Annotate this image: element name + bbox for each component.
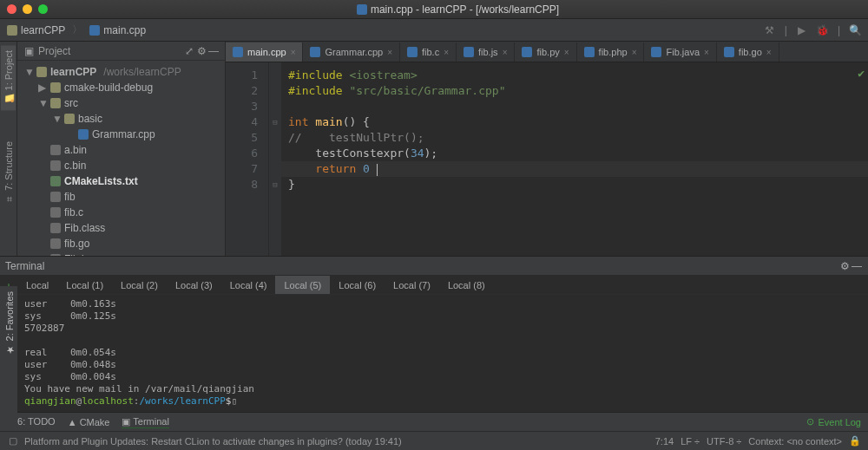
tree-item[interactable]: CMakeLists.txt: [17, 173, 225, 189]
code-line[interactable]: // testNullPtr();: [288, 130, 861, 146]
project-view-icon[interactable]: ▣: [23, 45, 35, 57]
terminal-tab[interactable]: Local (1): [57, 276, 112, 294]
file-icon: [78, 129, 89, 140]
tree-item[interactable]: a.bin: [17, 142, 225, 158]
terminal-tool-window: Terminal ⚙ — ＋ ✕ LocalLocal (1)Local (2)…: [0, 256, 868, 412]
editor-tab[interactable]: fib.c×: [400, 42, 457, 62]
window-title-text: main.cpp - learnCPP - [/works/learnCPP]: [371, 3, 559, 16]
terminal-tab[interactable]: Local (3): [167, 276, 221, 294]
search-icon[interactable]: 🔍: [849, 24, 861, 36]
run-icon[interactable]: ▶: [796, 24, 808, 36]
build-icon[interactable]: ⚒: [764, 24, 776, 36]
window-title: main.cpp - learnCPP - [/works/learnCPP]: [55, 3, 861, 16]
file-icon: [50, 98, 61, 108]
collapse-icon[interactable]: ⤢: [183, 45, 195, 57]
terminal-tab[interactable]: Local (8): [439, 276, 494, 294]
editor-tabstrip: main.cpp×Grammar.cpp×fib.c×fib.js×fib.py…: [226, 42, 868, 62]
terminal-tab[interactable]: Local (4): [221, 276, 276, 294]
terminal-tab[interactable]: Local (7): [385, 276, 439, 294]
editor-tab[interactable]: fib.js×: [457, 42, 515, 62]
close-tab-icon[interactable]: ×: [704, 48, 709, 57]
breadcrumb-project[interactable]: learnCPP: [21, 24, 65, 36]
editor-tab[interactable]: Grammar.cpp×: [303, 42, 399, 62]
tree-item[interactable]: ▶cmake-build-debug: [17, 80, 225, 95]
tree-item[interactable]: fib: [17, 189, 225, 205]
editor-tab-label: fib.php: [599, 47, 628, 57]
file-icon: [50, 176, 61, 186]
project-tree[interactable]: ▼ learnCPP /works/learnCPP ▶cmake-build-…: [17, 61, 225, 256]
tree-item[interactable]: ▼src: [17, 95, 225, 111]
code-line[interactable]: int main() {: [288, 114, 861, 130]
terminal-tab[interactable]: Local: [17, 276, 57, 294]
breadcrumb[interactable]: learnCPP 〉 main.cpp: [7, 23, 146, 37]
event-log-button[interactable]: ⊙ Event Log: [806, 416, 861, 427]
code-text[interactable]: ✔ #include <iostream>#include "src/basic…: [281, 62, 868, 256]
tree-root-path: /works/learnCPP: [103, 66, 181, 78]
status-icon[interactable]: ▢: [7, 435, 19, 447]
code-line[interactable]: [288, 99, 861, 114]
lock-icon[interactable]: 🔒: [849, 435, 861, 447]
close-tab-icon[interactable]: ×: [503, 48, 508, 57]
status-message[interactable]: Platform and Plugin Updates: Restart CLi…: [24, 436, 402, 447]
tool-terminal[interactable]: ▣ Terminal: [122, 416, 168, 428]
tool-tab-structure[interactable]: ⌗ 7: Structure: [2, 136, 16, 209]
file-icon: [50, 145, 61, 155]
terminal-output[interactable]: user 0m0.163s sys 0m0.125s 5702887 real …: [17, 295, 868, 412]
close-tab-icon[interactable]: ×: [766, 48, 772, 57]
breadcrumb-file[interactable]: main.cpp: [103, 24, 146, 36]
tree-item[interactable]: fib.c: [17, 205, 225, 220]
code-line[interactable]: #include "src/basic/Grammar.cpp": [288, 83, 861, 99]
tool-tab-favorites[interactable]: ★ 2: Favorites: [2, 286, 16, 361]
editor-tab[interactable]: fib.py×: [515, 42, 576, 62]
tree-root-label: learnCPP: [50, 66, 96, 78]
inspection-ok-icon[interactable]: ✔: [858, 66, 865, 82]
tree-item[interactable]: fib.go: [17, 236, 225, 251]
editor-tab[interactable]: Fib.java×: [644, 42, 716, 62]
file-icon: [724, 47, 734, 57]
project-pane-header: ▣ Project ⤢ ⚙ —: [17, 42, 225, 61]
terminal-tab[interactable]: Local (2): [112, 276, 167, 294]
project-pane-title: Project: [38, 45, 70, 57]
editor-tab[interactable]: main.cpp×: [226, 42, 303, 62]
editor-tab[interactable]: fib.php×: [577, 42, 645, 62]
hide-icon[interactable]: —: [851, 260, 863, 272]
tree-item[interactable]: c.bin: [17, 158, 225, 173]
debug-icon[interactable]: 🐞: [817, 24, 829, 36]
tree-item[interactable]: ▼basic: [17, 111, 225, 127]
code-line[interactable]: testConstexpr(34);: [288, 146, 861, 161]
terminal-tab[interactable]: Local (6): [330, 276, 385, 294]
gear-icon[interactable]: ⚙: [195, 45, 207, 57]
minimize-window-icon[interactable]: [23, 4, 32, 14]
maximize-window-icon[interactable]: [38, 4, 48, 14]
close-tab-icon[interactable]: ×: [632, 48, 637, 57]
close-tab-icon[interactable]: ×: [291, 48, 296, 57]
code-line[interactable]: #include <iostream>: [288, 68, 861, 83]
close-tab-icon[interactable]: ×: [387, 48, 392, 57]
close-tab-icon[interactable]: ×: [444, 48, 449, 57]
tool-tab-project[interactable]: 📁 1: Project: [1, 45, 16, 110]
file-icon: [651, 47, 661, 57]
breadcrumb-separator: 〉: [72, 23, 82, 37]
status-bar: ▢ Platform and Plugin Updates: Restart C…: [0, 431, 868, 450]
close-window-icon[interactable]: [7, 4, 16, 14]
editor-tab[interactable]: fib.go×: [717, 42, 779, 62]
tree-item[interactable]: Grammar.cpp: [17, 127, 225, 142]
hide-icon[interactable]: —: [207, 45, 220, 57]
code-line[interactable]: }: [288, 177, 861, 192]
terminal-tab[interactable]: Local (5): [275, 276, 330, 294]
editor-tab-label: fib.c: [422, 47, 439, 57]
tree-item[interactable]: Fib.class: [17, 220, 225, 236]
fold-gutter[interactable]: ⊟⊟: [269, 62, 281, 256]
line-ending[interactable]: LF ÷: [681, 436, 700, 447]
tree-item-label: fib.c: [64, 206, 83, 218]
gear-icon[interactable]: ⚙: [838, 260, 851, 272]
code-area[interactable]: 12345678 ⊟⊟ ✔ #include <iostream>#includ…: [226, 62, 868, 256]
file-icon: [522, 47, 532, 57]
tree-root[interactable]: ▼ learnCPP /works/learnCPP: [17, 64, 225, 80]
close-tab-icon[interactable]: ×: [564, 48, 569, 57]
tool-cmake[interactable]: ▲ CMake: [68, 417, 110, 427]
file-encoding[interactable]: UTF-8 ÷: [707, 436, 741, 447]
project-tool-window: ▣ Project ⤢ ⚙ — ▼ learnCPP /works/learnC…: [17, 42, 226, 256]
context-widget[interactable]: Context: <no context>: [748, 436, 842, 447]
caret-position[interactable]: 7:14: [655, 436, 674, 447]
